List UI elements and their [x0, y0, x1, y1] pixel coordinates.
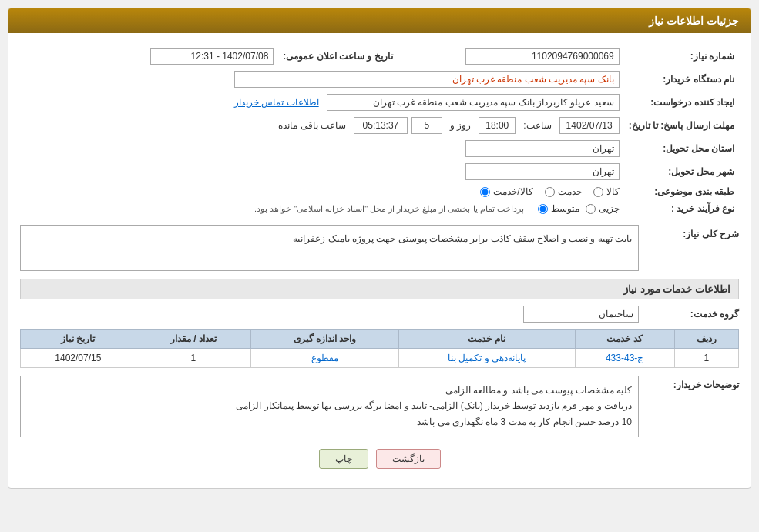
- cell-kod: ج-43-433: [575, 349, 674, 368]
- mohlat-baqimande: 05:13:37: [354, 117, 408, 134]
- namdastgah-value: بانک سپه مدیریت شعب منطقه غرب تهران: [234, 71, 620, 88]
- cell-name: پایانه‌دهی و تکمیل بنا: [398, 349, 575, 368]
- radio-motevasset-input[interactable]: [538, 204, 548, 214]
- radio-kala-khedmat[interactable]: کالا/خدمت: [480, 186, 532, 197]
- table-row: 1 ج-43-433 پایانه‌دهی و تکمیل بنا مقطوع …: [21, 349, 739, 368]
- cell-tedad: 1: [136, 349, 250, 368]
- col-tarikh: تاریخ نیاز: [21, 330, 136, 349]
- radio-kala[interactable]: کالا: [593, 186, 620, 197]
- col-tedad: تعداد / مقدار: [136, 330, 250, 349]
- tozihat-content: کلیه مشخصات پیوست می باشد و مطالعه الزام…: [20, 376, 639, 437]
- page-title: جزئیات اطلاعات نیاز: [649, 15, 739, 27]
- baqimande-label: ساعت باقی مانده: [278, 120, 346, 131]
- kala-khedmat-label: کالا/خدمت: [493, 186, 532, 197]
- shahr-value: تهران: [465, 163, 620, 180]
- radio-khedmat-input[interactable]: [545, 187, 555, 197]
- jazei-label: جزیی: [599, 203, 620, 214]
- groheKhedmat-value: ساختمان: [523, 306, 639, 323]
- radio-jazei[interactable]: جزیی: [586, 203, 620, 214]
- info-table: شماره نیاز: 1102094769000069 تاریخ و ساع…: [20, 45, 739, 217]
- mohlat-date: 1402/07/13: [559, 117, 620, 134]
- namdastgah-label: نام دستگاه خریدار:: [624, 68, 739, 91]
- mohlat-label: مهلت ارسال پاسخ: تا تاریخ:: [624, 114, 739, 137]
- col-vahed: واحد اندازه گیری: [251, 330, 399, 349]
- noeFarayand-label: نوع فرآیند خرید :: [624, 200, 739, 217]
- col-radif: ردیف: [674, 330, 738, 349]
- ijad-link[interactable]: اطلاعات تماس خریدار: [234, 97, 319, 108]
- page-header: جزئیات اطلاعات نیاز: [8, 8, 751, 33]
- cell-tarikh: 1402/07/15: [21, 349, 136, 368]
- mohlat-roz: 5: [411, 117, 442, 134]
- col-kod: کد خدمت: [575, 330, 674, 349]
- groheKhedmat-label: گروه خدمت:: [639, 309, 739, 320]
- services-table: ردیف کد خدمت نام خدمت واحد اندازه گیری ت…: [20, 329, 739, 368]
- services-header: اطلاعات خدمات مورد نیاز: [20, 279, 739, 299]
- sharhkoli-section: شرح کلی نیاز: بابت تهیه و نصب و اصلاح سق…: [20, 225, 739, 271]
- radio-kala-khedmat-input[interactable]: [480, 187, 490, 197]
- radio-motevasset[interactable]: متوسط: [538, 203, 579, 214]
- radio-khedmat[interactable]: خدمت: [545, 186, 582, 197]
- tozihat-label: توضیحات خریدار:: [639, 376, 739, 390]
- radio-kala-input[interactable]: [593, 187, 603, 197]
- tarikhelan-label: تاریخ و ساعت اعلان عمومی:: [278, 45, 408, 68]
- roz-label: روز و: [450, 120, 471, 131]
- tabaqebandi-label: طبقه بندی موضوعی:: [624, 183, 739, 200]
- cell-radif: 1: [674, 349, 738, 368]
- buttons-row: بازگشت چاپ: [20, 449, 739, 477]
- chap-button[interactable]: چاپ: [319, 449, 368, 469]
- shomareh-niaz-value: 1102094769000069: [465, 48, 620, 65]
- sharhkoli-label: شرح کلی نیاز:: [639, 225, 739, 239]
- mohlat-saat: 18:00: [479, 117, 516, 134]
- col-name: نام خدمت: [398, 330, 575, 349]
- sharhkoli-content: بابت تهیه و نصب و اصلاح سقف کاذب برابر م…: [20, 225, 639, 271]
- shomareh-niaz-label: شماره نیاز:: [624, 45, 739, 68]
- noeFarayand-description: پرداخت تمام یا بخشی از مبلغ خریدار از مح…: [254, 204, 524, 214]
- khedmat-label: خدمت: [558, 186, 582, 197]
- cell-vahed: مقطوع: [251, 349, 399, 368]
- tarikhelan-value: 1402/07/08 - 12:31: [150, 48, 274, 65]
- saat-label: ساعت:: [523, 120, 551, 131]
- ostan-value: تهران: [465, 140, 620, 157]
- ijad-value: سعید عریلو کاربرداز بانک سپه مدیریت شعب …: [327, 94, 620, 111]
- kala-label: کالا: [606, 186, 620, 197]
- tozihat-value: کلیه مشخصات پیوست می باشد و مطالعه الزام…: [20, 376, 639, 437]
- bazgasht-button[interactable]: بازگشت: [376, 449, 441, 469]
- groheKhedmat-row: گروه خدمت: ساختمان: [20, 306, 739, 323]
- tozihat-section: توضیحات خریدار: کلیه مشخصات پیوست می باش…: [20, 376, 739, 437]
- shahr-label: شهر محل تحویل:: [624, 160, 739, 183]
- sharhkoli-value: بابت تهیه و نصب و اصلاح سقف کاذب برابر م…: [20, 225, 639, 271]
- motevasset-label: متوسط: [551, 203, 579, 214]
- ostan-label: استان محل تحویل:: [624, 137, 739, 160]
- ijad-label: ایجاد کننده درخواست:: [624, 91, 739, 114]
- radio-jazei-input[interactable]: [586, 204, 596, 214]
